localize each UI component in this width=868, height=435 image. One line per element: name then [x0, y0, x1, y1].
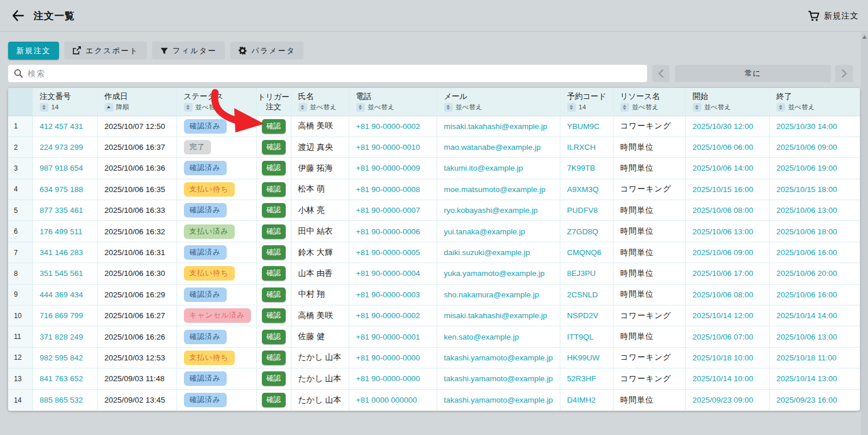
- phone-link[interactable]: +81 90-0000-0003: [349, 284, 437, 305]
- column-header-9[interactable]: リソース名並べ替え: [613, 88, 685, 116]
- column-header-3[interactable]: ステータス並べ替え: [176, 88, 256, 116]
- vertical-scrollbar[interactable]: [861, 32, 868, 435]
- phone-link[interactable]: +81 90-0000-0006: [349, 221, 437, 242]
- reservation-code-link[interactable]: 2CSNLD: [560, 284, 613, 305]
- sort-icon[interactable]: [620, 103, 629, 112]
- order-number-link[interactable]: 885 865 532: [32, 389, 97, 410]
- reservation-code-link[interactable]: ITT9QL: [560, 326, 613, 347]
- phone-link[interactable]: +81 90-0000-0008: [349, 179, 437, 200]
- confirm-trigger-button[interactable]: 確認: [262, 330, 286, 344]
- sort-icon[interactable]: [444, 103, 453, 112]
- email-link[interactable]: misaki.takahashi@example.jp: [437, 116, 560, 137]
- confirm-trigger-button[interactable]: 確認: [262, 161, 286, 175]
- email-link[interactable]: moe.matsumoto@example.jp: [437, 179, 560, 200]
- phone-link[interactable]: +81 90-0000-0010: [349, 137, 437, 157]
- confirm-trigger-button[interactable]: 確認: [262, 393, 286, 407]
- end-datetime-link[interactable]: 2025/10/18 11:00: [769, 347, 860, 368]
- sort-icon[interactable]: [777, 103, 785, 112]
- prev-page-button[interactable]: [652, 65, 670, 82]
- reservation-code-link[interactable]: CMQNQ6: [560, 242, 613, 263]
- email-link[interactable]: misaki.takahashi@example.jp: [437, 305, 560, 326]
- order-number-link[interactable]: 351 545 561: [32, 263, 97, 284]
- order-number-link[interactable]: 176 499 511: [32, 221, 97, 242]
- start-datetime-link[interactable]: 2025/10/06 09:00: [685, 242, 769, 263]
- always-button[interactable]: 常に: [675, 65, 831, 82]
- order-number-link[interactable]: 841 763 652: [32, 368, 97, 389]
- order-number-link[interactable]: 341 146 283: [32, 242, 97, 263]
- order-number-link[interactable]: 716 869 799: [32, 305, 97, 326]
- reservation-code-link[interactable]: 52R3HF: [560, 368, 613, 389]
- end-datetime-link[interactable]: 2025/10/06 16:00: [769, 242, 860, 263]
- start-datetime-link[interactable]: 2025/10/06 06:00: [685, 137, 769, 157]
- sort-icon[interactable]: [356, 103, 365, 112]
- confirm-trigger-button[interactable]: 確認: [262, 203, 286, 218]
- reservation-code-link[interactable]: ILRXCH: [560, 137, 613, 157]
- column-header-1[interactable]: 注文番号14: [32, 88, 97, 116]
- email-link[interactable]: takashi.yamamoto@example.jp: [437, 389, 560, 410]
- start-datetime-link[interactable]: 2025/10/06 08:00: [685, 200, 769, 221]
- reservation-code-link[interactable]: 7K99TB: [560, 158, 613, 179]
- phone-link[interactable]: +81 90-0000-0002: [349, 116, 437, 137]
- phone-link[interactable]: +81 90-0000-0004: [349, 263, 437, 284]
- phone-link[interactable]: +81 90-0000-0009: [349, 158, 437, 179]
- phone-link[interactable]: +81 0000 000000: [349, 389, 437, 410]
- phone-link[interactable]: +81 90-0000-0002: [349, 305, 437, 326]
- email-link[interactable]: daiki.suzuki@example.jp: [437, 242, 560, 263]
- email-link[interactable]: mao.watanabe@example.jp: [437, 137, 560, 157]
- end-datetime-link[interactable]: 2025/10/30 14:00: [769, 116, 860, 137]
- scroll-up-icon[interactable]: [862, 35, 867, 39]
- confirm-trigger-button[interactable]: 確認: [262, 245, 286, 260]
- email-link[interactable]: yuka.yamamoto@example.jp: [437, 263, 560, 284]
- email-link[interactable]: yui.tanaka@example.jp: [437, 221, 560, 242]
- column-header-6[interactable]: 電話並べ替え: [349, 88, 437, 116]
- start-datetime-link[interactable]: 2025/09/23 09:00: [685, 389, 769, 410]
- start-datetime-link[interactable]: 2025/10/06 08:00: [685, 284, 769, 305]
- next-page-button[interactable]: [835, 65, 853, 82]
- column-header-5[interactable]: 氏名並べ替え: [291, 88, 349, 116]
- email-link[interactable]: takashi.yamamoto@example.jp: [437, 347, 560, 368]
- filter-button[interactable]: フィルター: [152, 42, 225, 60]
- start-datetime-link[interactable]: 2025/10/06 13:00: [685, 221, 769, 242]
- start-datetime-link[interactable]: 2025/10/15 16:00: [685, 179, 769, 200]
- confirm-trigger-button[interactable]: 確認: [262, 224, 286, 239]
- order-number-link[interactable]: 982 595 842: [32, 347, 97, 368]
- sort-icon[interactable]: [693, 103, 701, 112]
- export-button[interactable]: エクスポート: [64, 42, 147, 60]
- new-order-topbar-button[interactable]: 新規注文: [808, 0, 859, 32]
- end-datetime-link[interactable]: 2025/10/14 14:00: [769, 305, 860, 326]
- reservation-code-link[interactable]: PUDFV8: [560, 200, 613, 221]
- end-datetime-link[interactable]: 2025/10/15 18:00: [769, 179, 860, 200]
- column-header-8[interactable]: 予約コード14: [560, 88, 613, 116]
- reservation-code-link[interactable]: D4IMH2: [560, 389, 613, 410]
- order-number-link[interactable]: 987 918 654: [32, 158, 97, 179]
- end-datetime-link[interactable]: 2025/10/06 13:00: [769, 326, 860, 347]
- email-link[interactable]: sho.nakamura@example.jp: [437, 284, 560, 305]
- order-number-link[interactable]: 412 457 431: [32, 116, 97, 137]
- confirm-trigger-button[interactable]: 確認: [262, 287, 286, 302]
- start-datetime-link[interactable]: 2025/10/18 10:00: [685, 347, 769, 368]
- confirm-trigger-button[interactable]: 確認: [262, 308, 286, 323]
- end-datetime-link[interactable]: 2025/10/06 20:00: [769, 263, 860, 284]
- sort-icon[interactable]: [298, 103, 307, 112]
- reservation-code-link[interactable]: YBUM9C: [560, 116, 613, 137]
- sort-icon[interactable]: [40, 103, 49, 112]
- column-header-10[interactable]: 開始並べ替え: [685, 88, 769, 116]
- confirm-trigger-button[interactable]: 確認: [262, 119, 286, 134]
- order-number-link[interactable]: 224 973 299: [32, 137, 97, 157]
- phone-link[interactable]: +81 90-0000-0007: [349, 200, 437, 221]
- email-link[interactable]: ryo.kobayashi@example.jp: [437, 200, 560, 221]
- end-datetime-link[interactable]: 2025/10/06 16:00: [769, 284, 860, 305]
- email-link[interactable]: takumi.ito@example.jp: [437, 158, 560, 179]
- end-datetime-link[interactable]: 2025/09/23 16:00: [769, 389, 860, 410]
- reservation-code-link[interactable]: HK99UW: [560, 347, 613, 368]
- order-number-link[interactable]: 444 369 434: [32, 284, 97, 305]
- sort-icon[interactable]: [105, 103, 113, 112]
- confirm-trigger-button[interactable]: 確認: [262, 266, 286, 281]
- reservation-code-link[interactable]: 8EJ3PU: [560, 263, 613, 284]
- start-datetime-link[interactable]: 2025/10/14 12:00: [685, 305, 769, 326]
- new-order-button[interactable]: 新規注文: [8, 42, 59, 60]
- start-datetime-link[interactable]: 2025/10/06 14:00: [685, 158, 769, 179]
- end-datetime-link[interactable]: 2025/10/14 13:00: [769, 368, 860, 389]
- order-number-link[interactable]: 877 335 461: [32, 200, 97, 221]
- sort-icon[interactable]: [184, 103, 193, 112]
